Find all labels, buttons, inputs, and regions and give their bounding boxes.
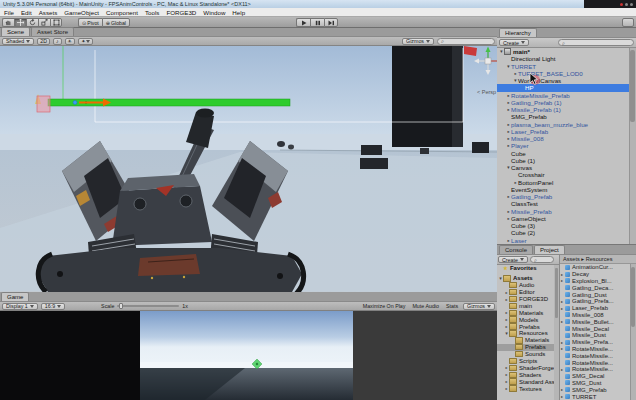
asset-row[interactable]: ▸Gatling_Prefa... bbox=[560, 298, 630, 305]
asset-row[interactable]: Missile_Decal bbox=[560, 325, 630, 332]
game-viewport[interactable] bbox=[0, 311, 497, 400]
menu-gameobject[interactable]: GameObject bbox=[64, 9, 99, 16]
hierarchy-row[interactable]: ▸GameObject bbox=[497, 215, 629, 222]
tab-console[interactable]: Console bbox=[499, 245, 533, 254]
hierarchy-row[interactable]: ▸BottomPanel bbox=[497, 179, 629, 186]
scale-slider-knob[interactable] bbox=[119, 303, 123, 309]
persp-label[interactable]: < Persp bbox=[477, 89, 496, 95]
project-tree-row[interactable]: Sounds bbox=[497, 351, 554, 358]
mute-audio-button[interactable]: Mute Audio bbox=[410, 303, 441, 309]
asset-row[interactable]: Gatling_Deca... bbox=[560, 284, 630, 291]
menu-window[interactable]: Window bbox=[203, 9, 225, 16]
hierarchy-row[interactable]: ▸TURRET_BASE_LOD0 bbox=[497, 70, 629, 77]
hierarchy-row[interactable]: ▸RotateMissile_Prefab bbox=[497, 92, 629, 99]
asset-row[interactable]: AnimationCur... bbox=[560, 264, 630, 271]
hierarchy-row[interactable]: ▸Laser_Prefab bbox=[497, 128, 629, 135]
asset-row[interactable]: Missile_008 bbox=[560, 312, 630, 319]
project-tree-row[interactable]: Scripts bbox=[497, 358, 554, 365]
project-tree-row[interactable]: ★Favorites bbox=[497, 265, 554, 272]
hierarchy-row[interactable]: Directional Light bbox=[497, 55, 629, 62]
project-tree-row[interactable]: ▸Prefabs bbox=[497, 323, 554, 330]
asset-row[interactable]: ▸Decay bbox=[560, 271, 630, 278]
hierarchy-row[interactable]: ▸Gatling_Prefab (1) bbox=[497, 99, 629, 106]
menu-help[interactable]: Help bbox=[232, 9, 245, 16]
project-tree-row[interactable]: ▼Assets bbox=[497, 275, 554, 282]
selection-handle[interactable] bbox=[37, 96, 50, 112]
asset-row[interactable]: ▸RotateMissile... bbox=[560, 366, 630, 373]
layers-button[interactable] bbox=[622, 18, 634, 27]
stats-button[interactable]: Stats bbox=[444, 303, 460, 309]
asset-row[interactable]: RotateMissile... bbox=[560, 359, 630, 366]
disclosure-arrow-icon[interactable]: ▸ bbox=[560, 387, 564, 392]
asset-row[interactable]: ▸TURRET bbox=[560, 393, 630, 400]
project-create-dropdown[interactable]: Create bbox=[498, 256, 528, 263]
rect-tool-button[interactable] bbox=[50, 18, 62, 27]
project-tree-row[interactable]: Prefabs bbox=[497, 344, 554, 351]
hierarchy-scrollbar-thumb[interactable] bbox=[630, 50, 635, 122]
display-dropdown[interactable]: Display 1 bbox=[2, 303, 38, 310]
project-tree-row[interactable]: ▸Materials bbox=[497, 309, 554, 316]
project-breadcrumb[interactable]: Assets ▸ Resources bbox=[560, 255, 636, 264]
asset-row[interactable]: Missile_Dust bbox=[560, 332, 630, 339]
menu-forge3d[interactable]: FORGE3D bbox=[166, 9, 196, 16]
disclosure-arrow-icon[interactable]: ▸ bbox=[560, 346, 564, 351]
disclosure-arrow-icon[interactable]: ▸ bbox=[560, 367, 564, 372]
hierarchy-row[interactable]: ▼Canvas bbox=[497, 164, 629, 171]
project-tree-row[interactable]: ▸Standard Assets bbox=[497, 378, 554, 385]
scene-gizmos-dropdown[interactable]: Gizmos bbox=[402, 38, 434, 45]
hierarchy-row[interactable]: ▸Gatling_Prefab bbox=[497, 193, 629, 200]
disclosure-arrow-icon[interactable]: ▸ bbox=[560, 299, 564, 304]
2d-toggle[interactable]: 2D bbox=[37, 38, 50, 45]
disclosure-arrow-icon[interactable]: ▸ bbox=[560, 278, 564, 283]
maximize-on-play-button[interactable]: Maximize On Play bbox=[361, 303, 408, 309]
hierarchy-row[interactable]: ▼TURRET bbox=[497, 63, 629, 70]
asset-row[interactable]: Gatling_Dust bbox=[560, 291, 630, 298]
hierarchy-row[interactable]: Cube bbox=[497, 150, 629, 157]
assets-scrollbar-thumb[interactable] bbox=[631, 267, 635, 327]
project-tree-row[interactable]: main bbox=[497, 302, 554, 309]
menu-assets[interactable]: Assets bbox=[39, 9, 58, 16]
hand-tool-button[interactable] bbox=[2, 18, 14, 27]
step-button[interactable] bbox=[324, 18, 338, 27]
hierarchy-row[interactable]: EventSystem bbox=[497, 186, 629, 193]
move-tool-button[interactable] bbox=[14, 18, 26, 27]
project-tree-row[interactable]: ▸ShaderForge bbox=[497, 364, 554, 371]
hierarchy-row[interactable]: ▸plasma_beam_muzzle_blue bbox=[497, 121, 629, 128]
asset-row[interactable]: ▸SMG_Prefab bbox=[560, 386, 630, 393]
pause-button[interactable] bbox=[310, 18, 324, 27]
rotate-tool-button[interactable] bbox=[26, 18, 38, 27]
project-tree-row[interactable]: ▼Resources bbox=[497, 330, 554, 337]
asset-row[interactable]: RotateMissile... bbox=[560, 352, 630, 359]
game-gizmos-dropdown[interactable]: Gizmos bbox=[463, 303, 495, 310]
hierarchy-row[interactable]: ▼WorldUICanvas bbox=[497, 77, 629, 84]
hierarchy-row[interactable]: ▸Missile_Prefab (1) bbox=[497, 106, 629, 113]
hierarchy-row[interactable]: ▸Missile_Prefab bbox=[497, 208, 629, 215]
hierarchy-row[interactable]: ▼main* bbox=[497, 48, 629, 55]
hierarchy-row[interactable]: Cube (1) bbox=[497, 157, 629, 164]
project-tree-row[interactable]: ▸Shaders bbox=[497, 371, 554, 378]
menu-component[interactable]: Component bbox=[106, 9, 138, 16]
global-toggle-button[interactable]: ⊕ Global bbox=[102, 18, 130, 27]
disclosure-arrow-icon[interactable]: ▸ bbox=[560, 319, 564, 324]
asset-row[interactable]: SMG_Dust bbox=[560, 380, 630, 387]
tab-project[interactable]: Project bbox=[534, 245, 565, 254]
project-tree-row[interactable]: ▸Models bbox=[497, 316, 554, 323]
hierarchy-row[interactable]: SMG_Prefab bbox=[497, 113, 629, 120]
scene-viewport[interactable]: < Persp bbox=[0, 46, 497, 292]
hierarchy-row[interactable]: ▸Player bbox=[497, 142, 629, 149]
tab-hierarchy[interactable]: Hierarchy bbox=[499, 28, 537, 37]
scale-tool-button[interactable] bbox=[38, 18, 50, 27]
asset-row[interactable]: SMG_Decal bbox=[560, 373, 630, 380]
tab-game[interactable]: Game bbox=[1, 292, 29, 301]
scene-search-input[interactable]: ⌕ bbox=[437, 38, 495, 45]
project-tree-row[interactable]: ▸Editor bbox=[497, 289, 554, 296]
pivot-toggle-button[interactable]: ⊙ Pivot bbox=[78, 18, 102, 27]
asset-row[interactable]: ▸RotateMissile... bbox=[560, 346, 630, 353]
hierarchy-row[interactable]: ClassTest bbox=[497, 200, 629, 207]
project-tree-row[interactable]: Audio bbox=[497, 282, 554, 289]
hierarchy-row[interactable]: ▸Missile_008 bbox=[497, 135, 629, 142]
project-tree-row[interactable]: Materials bbox=[497, 337, 554, 344]
project-search-input[interactable]: ⌕ bbox=[530, 256, 554, 263]
scene-audio-toggle[interactable]: ♪ bbox=[53, 38, 62, 45]
scale-slider[interactable] bbox=[117, 305, 179, 307]
